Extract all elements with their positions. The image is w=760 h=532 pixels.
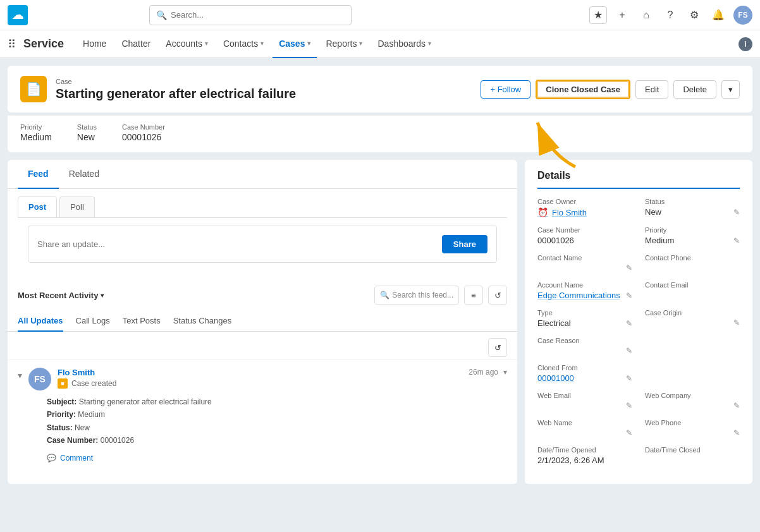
case-status-field: Status New [77, 123, 97, 142]
feed-user-avatar: FS [28, 368, 51, 390]
web-phone-edit-icon[interactable]: ✎ [733, 428, 740, 437]
search-icon: 🔍 [156, 10, 167, 20]
feed-priority-value: Medium [78, 410, 105, 419]
feed-tab-all-updates[interactable]: All Updates [18, 311, 63, 332]
web-email-label: Web Email [537, 392, 632, 399]
share-update-input[interactable] [37, 239, 442, 249]
priority-detail-edit: Medium ✎ [645, 236, 740, 245]
cloned-from-value[interactable]: 00001000 [537, 373, 574, 383]
nav-item-contacts[interactable]: Contacts ▾ [217, 30, 270, 58]
search-bar[interactable]: 🔍 [149, 5, 352, 25]
feed-search-placeholder: Search this feed... [392, 291, 453, 299]
case-reason-edit-icon[interactable]: ✎ [626, 346, 632, 355]
case-number-detail-field: Case Number 00001026 [537, 226, 632, 245]
nav-label-cases: Cases [279, 39, 305, 49]
web-name-label: Web Name [537, 419, 632, 426]
share-button[interactable]: Share [442, 235, 487, 253]
cloned-from-label: Cloned From [537, 364, 632, 372]
post-tab-post[interactable]: Post [18, 196, 57, 217]
priority-detail-field: Priority Medium ✎ [645, 226, 740, 245]
nav-item-cases[interactable]: Cases ▾ [273, 30, 317, 58]
status-value: New [77, 132, 95, 142]
web-company-edit-icon[interactable]: ✎ [733, 401, 740, 410]
web-name-edit-icon[interactable]: ✎ [626, 428, 632, 437]
feed-tab-call-logs[interactable]: Call Logs [76, 311, 110, 332]
feed-subject-line: Subject: Starting generator after electr… [47, 396, 507, 408]
tab-related[interactable]: Related [59, 160, 109, 189]
home-icon[interactable]: ⌂ [637, 6, 655, 24]
nav-item-chatter[interactable]: Chatter [115, 30, 157, 58]
detail-row-3: Account Name Edge Communications ✎ Conta… [537, 281, 740, 300]
case-origin-edit-icon[interactable]: ✎ [733, 318, 740, 327]
activity-header: Most Recent Activity ▾ 🔍 Search this fee… [8, 279, 517, 311]
nav-info-icon[interactable]: i [739, 37, 752, 51]
nav-label-dashboards: Dashboards [377, 39, 426, 49]
comment-button[interactable]: 💬 Comment [47, 454, 507, 462]
help-icon[interactable]: ? [661, 6, 679, 24]
feed-subject-value: Starting generator after electrical fail… [79, 397, 212, 406]
favorites-icon[interactable]: ★ [589, 6, 607, 24]
web-name-edit: ✎ [537, 428, 632, 437]
app-grid-icon[interactable]: ⠿ [8, 37, 16, 51]
type-label: Type [537, 309, 632, 317]
feed-user-name[interactable]: Flo Smith [58, 368, 95, 377]
post-tabs: Post Poll [8, 189, 517, 217]
contacts-chevron-icon: ▾ [260, 40, 264, 47]
nav-item-dashboards[interactable]: Dashboards ▾ [371, 30, 438, 58]
detail-row-7: Web Email ✎ Web Company ✎ [537, 392, 740, 410]
more-actions-button[interactable]: ▾ [721, 80, 740, 99]
feed-tab-status-changes[interactable]: Status Changes [173, 311, 232, 332]
two-col-layout: Feed Related Post Poll Share Most Recent… [8, 160, 752, 484]
feed-time-area: 26m ago ▾ [469, 368, 507, 377]
nav-item-reports[interactable]: Reports ▾ [319, 30, 369, 58]
priority-edit-icon[interactable]: ✎ [733, 236, 740, 245]
cloned-from-edit-icon[interactable]: ✎ [626, 374, 632, 383]
delete-button[interactable]: Delete [673, 80, 716, 99]
nav-item-accounts[interactable]: Accounts ▾ [159, 30, 214, 58]
refresh-feed-button[interactable]: ↺ [488, 286, 507, 305]
collapse-icon[interactable]: ▾ [18, 370, 22, 380]
add-icon[interactable]: + [613, 6, 631, 24]
contact-name-edit: ✎ [537, 263, 632, 272]
feed-search[interactable]: 🔍 Search this feed... [374, 286, 459, 305]
priority-label: Priority [20, 123, 52, 131]
web-email-edit-icon[interactable]: ✎ [626, 401, 632, 410]
search-input[interactable] [171, 10, 345, 20]
feed-priority-line: Priority: Medium [47, 408, 507, 421]
nav-item-home[interactable]: Home [77, 30, 113, 58]
account-name-edit-icon[interactable]: ✎ [626, 291, 632, 300]
follow-button[interactable]: + Follow [481, 80, 530, 99]
post-tab-poll[interactable]: Poll [59, 196, 95, 217]
web-phone-edit: ✎ [645, 428, 740, 437]
settings-icon[interactable]: ⚙ [685, 6, 703, 24]
activity-sort-dropdown[interactable]: Most Recent Activity ▾ [18, 291, 104, 300]
cases-chevron-icon: ▾ [307, 40, 310, 47]
case-priority-field: Priority Medium [20, 123, 52, 142]
placeholder-field-6 [645, 364, 740, 383]
case-number-label: Case Number [122, 123, 165, 131]
user-avatar[interactable]: FS [733, 6, 752, 25]
top-navigation: ☁ 🔍 ★ + ⌂ ? ⚙ 🔔 FS [0, 0, 760, 30]
contact-email-field: Contact Email [645, 281, 740, 300]
reports-chevron-icon: ▾ [359, 40, 362, 47]
priority-detail-value: Medium [645, 236, 674, 245]
feed-tab-text-posts[interactable]: Text Posts [123, 311, 161, 332]
feed-item: ▾ FS Flo Smith ■ Case created [8, 360, 517, 470]
feed-refresh-row: ↺ [8, 332, 517, 360]
detail-row-4: Type Electrical ✎ Case Origin ✎ [537, 309, 740, 328]
type-field: Type Electrical ✎ [537, 309, 632, 328]
web-company-label: Web Company [645, 392, 740, 399]
feed-search-icon: 🔍 [380, 291, 389, 299]
filter-button[interactable]: ≡ [464, 286, 483, 305]
feed-item-more-icon[interactable]: ▾ [503, 368, 507, 377]
notifications-icon[interactable]: 🔔 [709, 6, 727, 24]
clone-closed-case-button[interactable]: Clone Closed Case [536, 80, 630, 99]
status-edit-icon[interactable]: ✎ [733, 208, 740, 217]
tab-feed[interactable]: Feed [18, 160, 59, 189]
case-owner-value[interactable]: ⏰ Flo Smith [537, 207, 587, 217]
account-name-value[interactable]: Edge Communications [537, 291, 620, 300]
edit-button[interactable]: Edit [635, 80, 668, 99]
refresh-button[interactable]: ↺ [488, 338, 507, 357]
contact-name-edit-icon[interactable]: ✎ [626, 263, 632, 272]
type-edit-icon[interactable]: ✎ [626, 319, 632, 328]
